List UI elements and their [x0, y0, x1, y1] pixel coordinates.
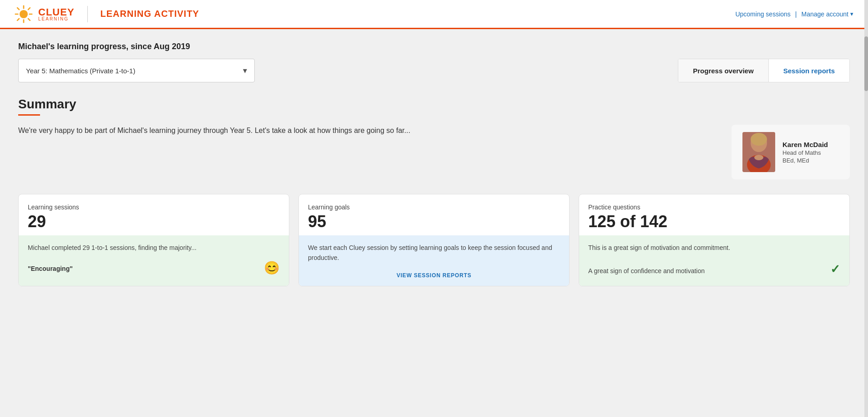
logo-text: CLUEY LEARNING	[38, 6, 75, 21]
practice-questions-label: Practice questions	[588, 203, 840, 211]
svg-point-11	[751, 133, 767, 146]
tabs-area: Progress overview Session reports	[678, 59, 850, 82]
learning-sessions-badge: "Encouraging"	[28, 264, 73, 274]
scrollbar-thumb[interactable]	[864, 36, 868, 91]
card-top-learning-goals: Learning goals 95	[299, 194, 569, 235]
summary-title: Summary	[18, 97, 850, 112]
tutor-name: Karen McDaid	[782, 141, 828, 148]
svg-line-5	[17, 8, 19, 10]
svg-line-6	[28, 19, 30, 20]
learning-goals-description: We start each Cluey session by setting l…	[308, 243, 560, 263]
learning-sessions-label: Learning sessions	[28, 203, 280, 211]
tutor-avatar	[742, 132, 775, 172]
subject-select[interactable]: Year 5: Mathematics (Private 1-to-1) ▾	[18, 59, 255, 82]
tab-progress-overview[interactable]: Progress overview	[678, 59, 768, 82]
card-footer-practice-questions: A great sign of confidence and motivatio…	[588, 260, 840, 279]
manage-account-chevron: ▾	[850, 10, 853, 17]
tutor-card: Karen McDaid Head of Maths BEd, MEd	[732, 125, 850, 179]
summary-underline	[18, 114, 40, 116]
summary-section: Summary We're very happy to be part of M…	[18, 97, 850, 179]
manage-account-dropdown[interactable]: Manage account ▾	[801, 10, 853, 18]
practice-questions-card: Practice questions 125 of 142 This is a …	[579, 194, 850, 286]
card-top-learning-sessions: Learning sessions 29	[19, 194, 289, 235]
check-icon: ✓	[830, 260, 840, 279]
manage-account-link[interactable]: Manage account	[801, 10, 848, 18]
svg-point-13	[754, 155, 763, 160]
practice-questions-description: This is a great sign of motivation and c…	[588, 243, 840, 253]
header-nav: Upcoming sessions | Manage account ▾	[735, 10, 853, 18]
cluey-sun-icon	[15, 5, 33, 23]
card-bottom-learning-goals: We start each Cluey session by setting l…	[299, 235, 569, 286]
confidence-text: A great sign of confidence and motivatio…	[588, 266, 705, 276]
nav-separator: |	[795, 10, 797, 18]
card-footer-learning-sessions: "Encouraging" 😊	[28, 258, 280, 279]
tutor-avatar-svg	[742, 132, 775, 172]
svg-line-7	[28, 8, 30, 10]
scrollbar[interactable]	[864, 0, 868, 416]
card-bottom-practice-questions: This is a great sign of motivation and c…	[579, 235, 849, 286]
learning-goals-number: 95	[308, 214, 560, 230]
learning-sessions-card: Learning sessions 29 Michael completed 2…	[18, 194, 289, 286]
learning-goals-label: Learning goals	[308, 203, 560, 211]
card-top-practice-questions: Practice questions 125 of 142	[579, 194, 849, 235]
card-bottom-learning-sessions: Michael completed 29 1-to-1 sessions, fi…	[19, 235, 289, 286]
learning-sessions-number: 29	[28, 214, 280, 230]
subject-select-value: Year 5: Mathematics (Private 1-to-1)	[26, 67, 135, 75]
logo-learning-sub: LEARNING	[38, 16, 69, 21]
tab-session-reports[interactable]: Session reports	[769, 59, 849, 82]
summary-row: We're very happy to be part of Michael's…	[18, 125, 850, 179]
summary-text: We're very happy to be part of Michael's…	[18, 125, 713, 137]
logo-divider	[87, 6, 88, 22]
practice-questions-number: 125 of 142	[588, 214, 840, 230]
learning-goals-card: Learning goals 95 We start each Cluey se…	[298, 194, 570, 286]
app-title: LEARNING ACTIVITY	[101, 9, 199, 19]
encouraging-emoji-icon: 😊	[264, 258, 280, 279]
subject-select-wrap: Year 5: Mathematics (Private 1-to-1) ▾	[18, 59, 255, 82]
main-content: Michael's learning progress, since Aug 2…	[0, 29, 868, 416]
svg-point-0	[20, 10, 28, 18]
cards-row: Learning sessions 29 Michael completed 2…	[18, 194, 850, 286]
logo-area: CLUEY LEARNING LEARNING ACTIVITY	[15, 5, 199, 23]
tutor-info: Karen McDaid Head of Maths BEd, MEd	[782, 141, 828, 164]
chevron-down-icon: ▾	[243, 66, 247, 76]
page-heading: Michael's learning progress, since Aug 2…	[18, 42, 850, 51]
tutor-credentials: BEd, MEd	[782, 157, 828, 164]
header: CLUEY LEARNING LEARNING ACTIVITY Upcomin…	[0, 0, 868, 29]
learning-sessions-description: Michael completed 29 1-to-1 sessions, fi…	[28, 243, 280, 253]
tutor-role: Head of Maths	[782, 149, 828, 156]
view-session-reports-button[interactable]: VIEW SESSION REPORTS	[308, 272, 560, 279]
svg-line-8	[17, 19, 19, 20]
upcoming-sessions-link[interactable]: Upcoming sessions	[735, 10, 790, 18]
selector-tabs-row: Year 5: Mathematics (Private 1-to-1) ▾ P…	[18, 59, 850, 82]
